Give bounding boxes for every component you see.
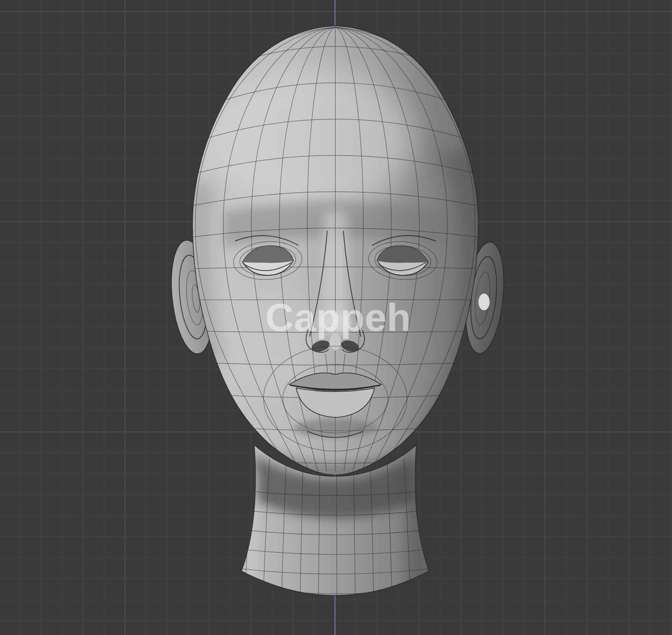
3d-viewport[interactable] bbox=[0, 0, 672, 635]
ear-highlight bbox=[478, 294, 490, 310]
screenshot-root: { "viewport": { "watermark": "Cappeh", "… bbox=[0, 0, 672, 635]
wireframe-head-model[interactable] bbox=[166, 10, 509, 597]
viewport-canvas bbox=[0, 0, 672, 635]
